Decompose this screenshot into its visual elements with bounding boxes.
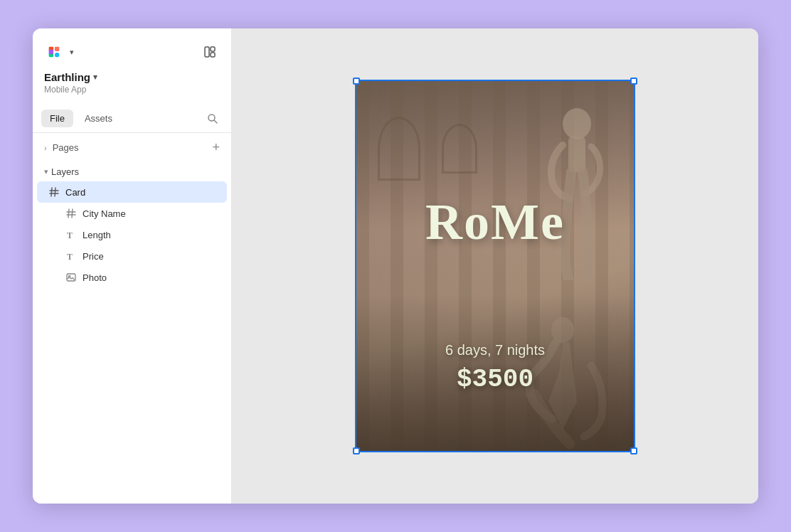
layer-label-length: Length bbox=[83, 230, 111, 240]
svg-rect-6 bbox=[211, 47, 215, 51]
pages-add-icon[interactable]: + bbox=[212, 140, 220, 155]
project-name-chevron-icon: ▾ bbox=[93, 73, 97, 82]
handle-top-right[interactable] bbox=[630, 78, 637, 85]
figma-logo-icon bbox=[44, 42, 64, 62]
app-window: ▾ Earthling ▾ Mobile App File Assets bbox=[33, 28, 758, 504]
layers-chevron-icon: ▾ bbox=[44, 167, 48, 176]
layer-item-card[interactable]: Card bbox=[37, 181, 227, 203]
layer-item-photo[interactable]: Photo bbox=[37, 267, 227, 288]
svg-text:T: T bbox=[67, 230, 73, 240]
layout-toggle-button[interactable] bbox=[200, 42, 220, 62]
layer-label-photo: Photo bbox=[83, 272, 107, 283]
layer-label-city-name: City Name bbox=[83, 208, 126, 219]
layer-item-city-name[interactable]: City Name bbox=[37, 203, 227, 224]
logo-chevron-icon: ▾ bbox=[70, 48, 74, 57]
hash-icon-cityname bbox=[65, 208, 77, 219]
search-button[interactable] bbox=[203, 109, 223, 129]
canvas-area[interactable]: RoMe 6 days, 7 nights $3500 bbox=[232, 28, 758, 504]
handle-top-left[interactable] bbox=[353, 78, 360, 85]
svg-rect-4 bbox=[49, 50, 53, 54]
layer-item-length[interactable]: T Length bbox=[37, 224, 227, 245]
svg-line-10 bbox=[51, 188, 52, 196]
pages-row[interactable]: › Pages + bbox=[33, 133, 231, 162]
svg-line-15 bbox=[72, 209, 73, 218]
svg-point-3 bbox=[55, 53, 59, 57]
arch-center bbox=[442, 124, 477, 174]
layer-item-price[interactable]: T Price bbox=[37, 245, 227, 267]
image-icon-photo bbox=[65, 272, 77, 283]
tab-assets[interactable]: Assets bbox=[76, 110, 121, 127]
layer-label-card: Card bbox=[65, 187, 85, 198]
sidebar-header: ▾ bbox=[33, 28, 231, 65]
text-icon-price: T bbox=[65, 250, 77, 262]
handle-bottom-left[interactable] bbox=[353, 447, 360, 454]
svg-line-9 bbox=[214, 120, 217, 123]
svg-rect-7 bbox=[211, 53, 215, 57]
project-subtitle: Mobile App bbox=[44, 85, 220, 95]
handle-bottom-right[interactable] bbox=[630, 447, 637, 454]
svg-rect-1 bbox=[55, 47, 59, 51]
pages-left: › Pages bbox=[44, 142, 79, 153]
tab-file[interactable]: File bbox=[41, 110, 73, 127]
project-name-button[interactable]: Earthling ▾ bbox=[44, 71, 220, 83]
svg-rect-23 bbox=[568, 137, 585, 172]
trip-price-display: $3500 bbox=[457, 365, 533, 394]
svg-line-14 bbox=[68, 209, 69, 218]
logo-area[interactable]: ▾ bbox=[44, 42, 74, 62]
statue-right-svg bbox=[534, 95, 620, 280]
tab-bar: File Assets bbox=[33, 105, 231, 133]
svg-rect-5 bbox=[205, 47, 209, 57]
text-icon-length: T bbox=[65, 229, 77, 240]
pages-label: Pages bbox=[53, 142, 79, 153]
sidebar: ▾ Earthling ▾ Mobile App File Assets bbox=[33, 28, 232, 504]
hash-icon-card bbox=[48, 186, 60, 198]
layers-header[interactable]: ▾ Layers bbox=[33, 162, 231, 181]
project-name-label: Earthling bbox=[44, 71, 90, 83]
svg-line-11 bbox=[55, 188, 55, 196]
card-frame[interactable]: RoMe 6 days, 7 nights $3500 bbox=[356, 81, 634, 451]
city-name-display: RoMe bbox=[425, 192, 565, 251]
card-background: RoMe 6 days, 7 nights $3500 bbox=[356, 81, 634, 451]
pages-expand-icon: › bbox=[44, 144, 47, 152]
layers-section: ▾ Layers Card bbox=[33, 162, 231, 504]
project-info: Earthling ▾ Mobile App bbox=[33, 65, 231, 105]
svg-point-22 bbox=[563, 108, 591, 139]
card-container[interactable]: RoMe 6 days, 7 nights $3500 bbox=[356, 81, 634, 451]
trip-length-display: 6 days, 7 nights bbox=[445, 342, 545, 358]
layer-label-price: Price bbox=[83, 251, 104, 262]
arch-left bbox=[378, 117, 420, 181]
layers-label: Layers bbox=[51, 166, 79, 177]
svg-text:T: T bbox=[67, 252, 73, 261]
